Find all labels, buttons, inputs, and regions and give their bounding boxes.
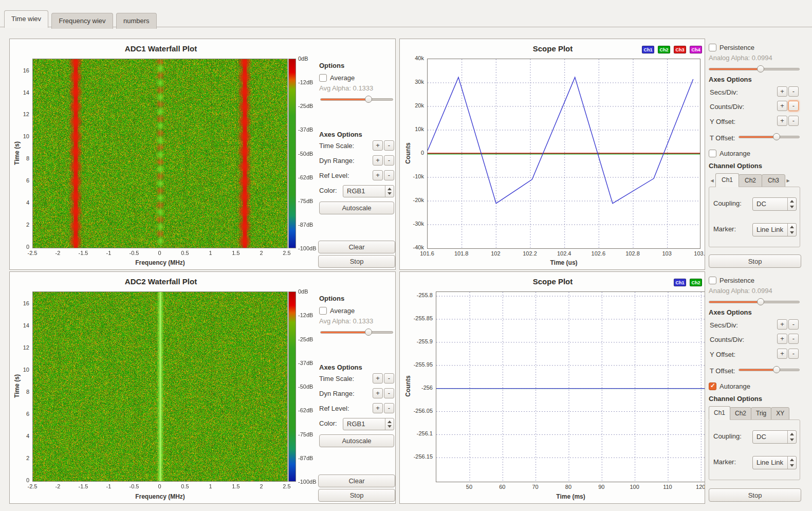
autoscale-button[interactable]: Autoscale (319, 202, 394, 214)
clear-button[interactable]: Clear (318, 241, 395, 253)
dyn-range-plus-button[interactable]: + (373, 155, 383, 166)
persistence-checkbox[interactable] (709, 277, 716, 284)
time-scale-minus-button[interactable]: - (384, 373, 394, 384)
coupling-spinbox[interactable]: DC (752, 197, 797, 211)
channel-tab-ch3[interactable]: Ch3 (762, 174, 785, 187)
persistence-checkbox[interactable] (709, 44, 716, 51)
stop-button[interactable]: Stop (318, 489, 395, 502)
waterfall-options-column: Options Average Avg Alpha: 0.1333 Axes O… (318, 272, 395, 504)
spinner-up-icon[interactable] (790, 459, 794, 461)
slider-handle[interactable] (773, 366, 780, 373)
secs-div-minus-button[interactable]: - (788, 319, 799, 330)
tab-scroll-left-icon[interactable]: ◀ (709, 174, 715, 187)
y-tick-label: 6 (9, 411, 29, 417)
slider-handle[interactable] (757, 65, 764, 72)
channel-tab-ch1[interactable]: Ch1 (709, 406, 730, 420)
marker-spinbox[interactable]: Line Link (752, 456, 797, 469)
analog-alpha-slider[interactable] (709, 298, 800, 305)
slider-handle[interactable] (365, 328, 372, 336)
color-combo[interactable]: RGB1 (343, 185, 394, 197)
y-tick-label: -30k (399, 221, 424, 227)
spinner-up-icon[interactable] (790, 226, 794, 228)
spinner-up-icon[interactable] (790, 200, 794, 203)
dyn-range-minus-button[interactable]: - (384, 388, 394, 398)
x-tick-label: 102.4 (551, 250, 577, 257)
ref-level-plus-button[interactable]: + (373, 170, 383, 180)
y-offset-label: Y Offset: (710, 118, 735, 125)
counts-div-plus-button[interactable]: + (777, 101, 787, 111)
tab-frequency-view[interactable]: Frequency wiev (51, 13, 113, 29)
autorange-label: Autorange (719, 382, 750, 390)
coupling-spinbox[interactable]: DC (752, 430, 797, 444)
counts-div-label: Counts/Div: (710, 336, 744, 343)
ref-level-minus-button[interactable]: - (384, 403, 394, 413)
counts-div-minus-button[interactable]: - (788, 101, 799, 111)
ref-level-minus-button[interactable]: - (384, 170, 394, 180)
spinner-up-icon[interactable] (387, 188, 392, 190)
secs-div-plus-button[interactable]: + (777, 86, 787, 97)
y-offset-plus-button[interactable]: + (777, 349, 787, 359)
time-scale-label: Time Scale: (319, 375, 354, 382)
counts-div-minus-button[interactable]: - (788, 334, 799, 344)
autorange-checkbox[interactable] (709, 150, 716, 157)
autorange-checkbox[interactable] (709, 382, 716, 390)
y-tick-label: 14 (9, 89, 29, 96)
y-offset-minus-button[interactable]: - (788, 116, 799, 126)
spinner-down-icon[interactable] (387, 425, 392, 428)
spinner-down-icon[interactable] (790, 439, 794, 441)
stop-button[interactable]: Stop (318, 255, 395, 268)
spinner-down-icon[interactable] (387, 192, 392, 195)
tab-scroll-right-icon[interactable]: ▶ (785, 174, 791, 187)
time-scale-plus-button[interactable]: + (373, 140, 383, 151)
tab-numbers[interactable]: numbers (116, 13, 157, 29)
time-scale-plus-button[interactable]: + (373, 373, 383, 384)
spinner-down-icon[interactable] (790, 206, 794, 208)
secs-div-minus-button[interactable]: - (788, 86, 799, 97)
color-combo[interactable]: RGB1 (343, 418, 394, 430)
marker-spinbox[interactable]: Line Link (752, 223, 797, 236)
spinner-down-icon[interactable] (790, 231, 794, 234)
stop-button[interactable]: Stop (709, 254, 801, 268)
secs-div-plus-button[interactable]: + (777, 319, 787, 330)
x-tick-label: 1.5 (223, 483, 249, 490)
avg-alpha-slider[interactable] (320, 96, 393, 103)
channel-tab-ch1[interactable]: Ch1 (715, 173, 739, 187)
analog-alpha-slider[interactable] (709, 65, 800, 72)
dyn-range-minus-button[interactable]: - (384, 155, 394, 166)
adc2-waterfall-plot[interactable] (32, 291, 288, 482)
adc1-waterfall-plot[interactable] (32, 59, 288, 248)
autoscale-button[interactable]: Autoscale (319, 434, 394, 447)
spinner-up-icon[interactable] (790, 433, 794, 435)
y-offset-label: Y Offset: (710, 351, 735, 358)
ref-level-plus-button[interactable]: + (373, 403, 383, 413)
marker-value: Line Link (756, 226, 783, 233)
y-tick-label: 30k (399, 79, 424, 85)
y-offset-plus-button[interactable]: + (777, 116, 787, 126)
coupling-label: Coupling: (713, 199, 742, 207)
channel-tab-xy[interactable]: XY (771, 407, 789, 420)
time-scale-minus-button[interactable]: - (384, 140, 394, 151)
dyn-range-plus-button[interactable]: + (373, 388, 383, 398)
channel-tab-ch2[interactable]: Ch2 (730, 407, 751, 420)
scope-plot-bottom[interactable] (436, 291, 705, 482)
avg-alpha-slider[interactable] (320, 328, 393, 336)
slider-handle[interactable] (773, 133, 780, 140)
spinner-up-icon[interactable] (387, 421, 392, 423)
slider-handle[interactable] (365, 96, 372, 103)
slider-handle[interactable] (757, 298, 764, 305)
y-offset-minus-button[interactable]: - (788, 349, 799, 359)
t-offset-slider[interactable] (739, 133, 800, 140)
counts-div-plus-button[interactable]: + (777, 334, 787, 344)
stop-button[interactable]: Stop (709, 488, 801, 502)
colorbar-tick-label: -75dB (298, 431, 323, 438)
channel-tab-trig[interactable]: Trig (751, 407, 771, 420)
spinner-down-icon[interactable] (790, 464, 794, 467)
scope-plot-top[interactable] (427, 59, 700, 249)
marker-value: Line Link (756, 459, 783, 466)
tab-time-view[interactable]: Time wiev (4, 10, 48, 28)
clear-button[interactable]: Clear (318, 474, 395, 487)
average-checkbox-row: Average (319, 306, 355, 315)
x-axis-label: Time (us) (427, 259, 700, 266)
channel-tab-ch2[interactable]: Ch2 (739, 174, 762, 187)
t-offset-slider[interactable] (739, 366, 800, 373)
